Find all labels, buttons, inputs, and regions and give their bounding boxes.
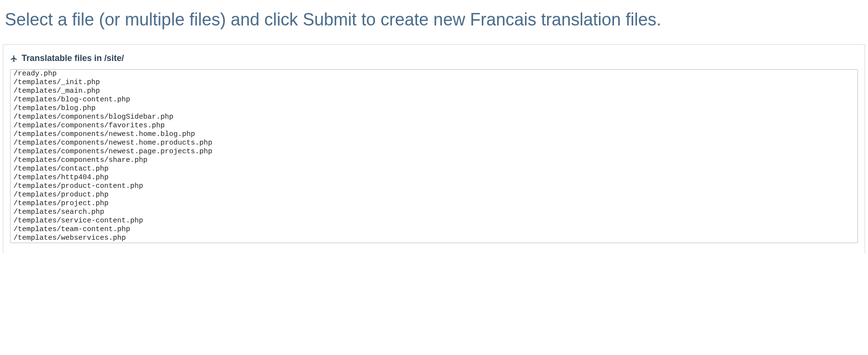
- airplane-icon: [10, 55, 18, 62]
- translatable-files-select[interactable]: /ready.php/templates/_init.php/templates…: [10, 69, 858, 243]
- file-option[interactable]: /templates/components/newest.home.produc…: [11, 139, 857, 147]
- file-option[interactable]: /templates/components/share.php: [11, 156, 857, 165]
- file-option[interactable]: /templates/_init.php: [11, 78, 857, 87]
- file-option[interactable]: /templates/product-content.php: [11, 182, 857, 191]
- panel-title: Translatable files in /site/: [22, 53, 124, 63]
- file-option[interactable]: /templates/team-content.php: [11, 225, 857, 234]
- file-option[interactable]: /templates/components/newest.page.projec…: [11, 147, 857, 156]
- file-option[interactable]: /templates/contact.php: [11, 165, 857, 173]
- page-instruction-heading: Select a file (or multiple files) and cl…: [0, 10, 868, 44]
- file-option[interactable]: /templates/project.php: [11, 199, 857, 208]
- file-option[interactable]: /templates/http404.php: [11, 173, 857, 182]
- file-option[interactable]: /templates/components/favorites.php: [11, 122, 857, 130]
- file-option[interactable]: /templates/_main.php: [11, 87, 857, 96]
- file-option[interactable]: /templates/components/blogSidebar.php: [11, 113, 857, 122]
- panel-header[interactable]: Translatable files in /site/: [3, 53, 865, 69]
- file-option[interactable]: /templates/blog.php: [11, 104, 857, 113]
- file-option[interactable]: /templates/components/newest.home.blog.p…: [11, 130, 857, 139]
- file-option[interactable]: /ready.php: [11, 70, 857, 78]
- file-option[interactable]: /templates/product.php: [11, 191, 857, 199]
- file-option[interactable]: /templates/service-content.php: [11, 217, 857, 225]
- file-option[interactable]: /templates/webservices.php: [11, 234, 857, 243]
- translatable-files-panel: Translatable files in /site/ /ready.php/…: [3, 44, 865, 253]
- file-option[interactable]: /templates/search.php: [11, 208, 857, 217]
- file-option[interactable]: /templates/blog-content.php: [11, 96, 857, 104]
